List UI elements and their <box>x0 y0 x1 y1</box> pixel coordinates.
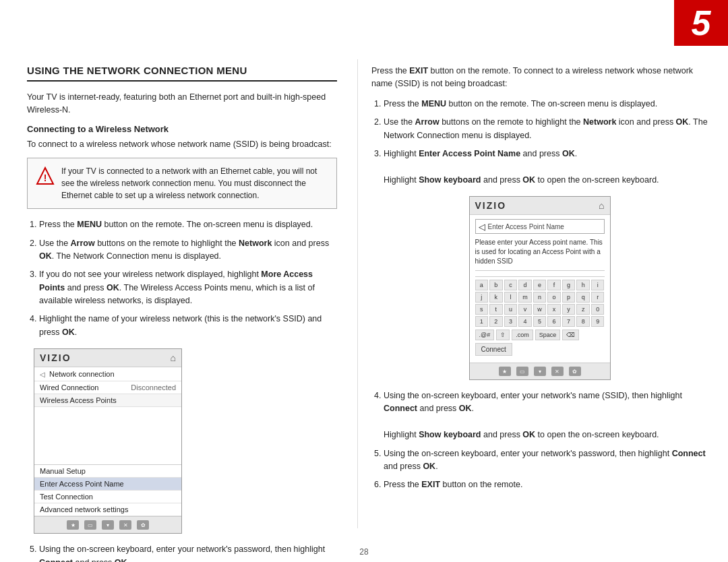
r-ctrl-gear[interactable]: ✿ <box>569 367 581 376</box>
key-5[interactable]: 5 <box>533 316 547 327</box>
tv-item-enter-ap-name[interactable]: Enter Access Point Name <box>34 478 181 491</box>
right-step-4: Using the on-screen keyboard, enter your… <box>384 389 708 442</box>
left-step-1: Press the MENU button on the remote. The… <box>39 218 337 231</box>
page-footer: 28 <box>0 542 728 562</box>
tv-desc-box: Please enter your Access point name. Thi… <box>475 238 605 271</box>
bold-ok: OK <box>39 251 52 261</box>
key-t[interactable]: t <box>489 304 503 315</box>
key-0[interactable]: 0 <box>591 304 605 315</box>
key-k[interactable]: k <box>489 292 503 303</box>
key-j[interactable]: j <box>475 292 489 303</box>
left-step-4: Highlight the name of your wireless netw… <box>39 313 337 339</box>
tv-screen-left: VIZIO ⌂ ◁ Network connection Wired Conne… <box>34 348 182 534</box>
left-column: USING THE NETWORK CONNECTION MENU Your T… <box>0 46 357 542</box>
tv-connect-btn[interactable]: Connect <box>475 343 512 356</box>
key-9[interactable]: 9 <box>591 316 605 327</box>
warning-box: ! If your TV is connected to a network w… <box>27 158 337 209</box>
r-ctrl-star[interactable]: ★ <box>499 367 511 376</box>
tv-screen-right: VIZIO ⌂ ◁ Enter Access Point Name Please… <box>469 196 611 380</box>
tv-section-wireless: Wireless Access Points <box>34 394 181 407</box>
key-e[interactable]: e <box>533 280 547 290</box>
r-ctrl-rect[interactable]: ▭ <box>516 367 528 376</box>
tv-row-wired: Wired Connection Disconnected <box>34 381 181 394</box>
vizio-logo-left: VIZIO <box>40 352 71 363</box>
footer-page-number: 28 <box>359 547 368 557</box>
page-number-corner: 5 <box>674 0 728 46</box>
sub-heading: Connecting to a Wireless Network <box>27 124 337 134</box>
tv-field-row: ◁ Enter Access Point Name <box>475 219 605 234</box>
key-r[interactable]: r <box>591 292 605 303</box>
key-f[interactable]: f <box>547 280 561 290</box>
tv-item-advanced-settings: Advanced network settings <box>34 503 181 516</box>
key-q[interactable]: q <box>576 292 590 303</box>
right-step-5: Using the on-screen keyboard, enter your… <box>384 447 708 474</box>
key-i[interactable]: i <box>591 280 605 290</box>
r-bold-ok5: OK <box>522 430 535 439</box>
key-special-chars[interactable]: .@# <box>475 330 495 340</box>
left-step-2: Use the Arrow buttons on the remote to h… <box>39 237 337 263</box>
page-number: 5 <box>692 5 711 40</box>
key-1[interactable]: 1 <box>475 316 489 327</box>
section-title: USING THE NETWORK CONNECTION MENU <box>27 65 337 82</box>
key-8[interactable]: 8 <box>576 316 590 327</box>
key-b[interactable]: b <box>489 280 503 290</box>
key-h[interactable]: h <box>576 280 590 290</box>
key-p[interactable]: p <box>562 292 576 303</box>
r-bold-show-kb: Show keyboard <box>419 175 481 185</box>
bold-arrow: Arrow <box>71 239 95 248</box>
key-a[interactable]: a <box>475 280 489 290</box>
right-step-6: Press the EXIT button on the remote. <box>384 478 708 491</box>
key-z[interactable]: z <box>576 304 590 315</box>
key-3[interactable]: 3 <box>504 316 518 327</box>
r-bold-connect2: Connect <box>672 449 706 458</box>
key-d[interactable]: d <box>518 280 532 290</box>
key-6[interactable]: 6 <box>547 316 561 327</box>
key-backspace[interactable]: ⌫ <box>562 330 579 340</box>
home-icon-right: ⌂ <box>599 200 604 211</box>
key-dotcom[interactable]: .com <box>512 330 533 340</box>
tv-desc-divider <box>475 276 605 277</box>
r-bold-ok: OK <box>676 117 689 127</box>
key-o[interactable]: o <box>547 292 561 303</box>
key-7[interactable]: 7 <box>562 316 576 327</box>
key-n[interactable]: n <box>533 292 547 303</box>
tv-right-inner: ◁ Enter Access Point Name Please enter y… <box>470 215 610 363</box>
key-v[interactable]: v <box>518 304 532 315</box>
warning-icon: ! <box>36 166 55 185</box>
key-g[interactable]: g <box>562 280 576 290</box>
right-step-3: Highlight Enter Access Point Name and pr… <box>384 148 708 187</box>
broadcast-intro: To connect to a wireless network whose n… <box>27 138 337 151</box>
tv-empty-area <box>34 407 181 464</box>
tv-item-manual-setup: Manual Setup <box>34 465 181 478</box>
key-shift[interactable]: ⇧ <box>496 330 510 340</box>
key-x[interactable]: x <box>547 304 561 315</box>
key-l[interactable]: l <box>504 292 518 303</box>
key-2[interactable]: 2 <box>489 316 503 327</box>
key-m[interactable]: m <box>518 292 532 303</box>
vizio-logo-right: VIZIO <box>475 200 507 211</box>
ctrl-down[interactable]: ▾ <box>102 520 114 530</box>
r-ctrl-x[interactable]: ✕ <box>551 367 564 376</box>
r-ctrl-down[interactable]: ▾ <box>534 367 546 376</box>
r-bold-exit: EXIT <box>421 480 440 489</box>
key-s[interactable]: s <box>475 304 489 315</box>
disconnected-value: Disconnected <box>131 383 176 392</box>
key-c[interactable]: c <box>504 280 518 290</box>
left-steps-list: Press the MENU button on the remote. The… <box>27 218 337 339</box>
key-4[interactable]: 4 <box>518 316 532 327</box>
key-w[interactable]: w <box>533 304 547 315</box>
ctrl-x[interactable]: ✕ <box>119 520 131 530</box>
key-u[interactable]: u <box>504 304 518 315</box>
tv-field-label: Enter Access Point Name <box>488 223 601 230</box>
ctrl-rect[interactable]: ▭ <box>84 520 96 530</box>
bold-ok3: OK <box>62 327 75 337</box>
key-y[interactable]: y <box>562 304 576 315</box>
key-space[interactable]: Space <box>535 330 561 340</box>
bold-more-access: More Access Points <box>39 270 313 292</box>
ctrl-gear[interactable]: ✿ <box>137 520 149 530</box>
ctrl-star[interactable]: ★ <box>67 520 79 530</box>
right-steps-list: Press the MENU button on the remote. The… <box>371 98 708 187</box>
content-area: USING THE NETWORK CONNECTION MENU Your T… <box>0 46 728 542</box>
field-arrow-icon: ◁ <box>479 222 485 232</box>
r-bold-enter-ap: Enter Access Point Name <box>419 149 520 158</box>
